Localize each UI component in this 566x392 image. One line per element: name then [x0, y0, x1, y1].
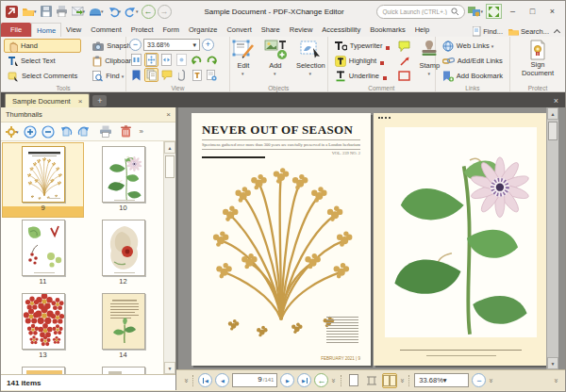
thumbnail-page-9[interactable]: 9: [3, 143, 83, 217]
tab-convert[interactable]: Convert: [222, 23, 256, 37]
add-dropdown-icon[interactable]: ▾: [274, 71, 276, 76]
rotate-pages-cw-button[interactable]: [77, 125, 91, 138]
thumbnail-page-11[interactable]: 11: [3, 217, 83, 290]
fit-page-button[interactable]: [144, 53, 158, 67]
zoom-level-select[interactable]: 33.68% ▾: [414, 373, 469, 387]
fit-width-button[interactable]: [159, 53, 174, 67]
tab-organize[interactable]: Organize: [184, 23, 222, 37]
thumbnails-options-button[interactable]: ▾: [6, 126, 19, 138]
tab-protect[interactable]: Protect: [126, 23, 158, 37]
history-forward-button[interactable]: →: [158, 5, 172, 19]
fit-visible-button[interactable]: [175, 53, 189, 67]
tab-form[interactable]: Form: [158, 23, 185, 37]
layout-overflow-icon[interactable]: »: [398, 378, 406, 382]
page-number-input[interactable]: 9 /141: [232, 373, 277, 387]
history-back-button[interactable]: ←: [142, 5, 156, 19]
previous-view-button[interactable]: ←: [314, 373, 328, 387]
next-page-button[interactable]: ▶: [280, 373, 294, 387]
thumbnails-enlarge-button[interactable]: [24, 125, 37, 139]
thumbnails-reduce-button[interactable]: [42, 125, 55, 139]
undo-dropdown-icon[interactable]: ▾: [119, 8, 122, 14]
customize-dropdown-icon[interactable]: ▾: [480, 8, 483, 14]
single-page-layout-button[interactable]: [346, 373, 361, 388]
typewriter-button[interactable]: Typewriter: [331, 39, 394, 53]
zoom-in-button[interactable]: +: [202, 39, 214, 51]
add-bookmark-button[interactable]: Add Bookmark: [439, 69, 507, 83]
email-dropdown-icon[interactable]: ▾: [83, 8, 86, 14]
tab-comment[interactable]: Comment: [86, 23, 126, 37]
last-page-button[interactable]: ▶: [297, 373, 311, 387]
tab-home[interactable]: Home: [31, 23, 61, 37]
bookmarks-pane-button[interactable]: [129, 68, 143, 82]
tab-file[interactable]: File: [1, 23, 31, 37]
selection-button[interactable]: Selection ▾: [292, 39, 329, 77]
find-dropdown-icon[interactable]: ▾: [122, 74, 125, 79]
actual-size-button[interactable]: [129, 53, 143, 67]
scrollbar-thumb[interactable]: [165, 155, 175, 178]
search-button[interactable]: Search...: [508, 27, 549, 36]
nav-overflow-icon[interactable]: »: [330, 378, 338, 382]
thumbnail-page-10[interactable]: 10: [83, 143, 163, 217]
continuous-layout-button[interactable]: [364, 373, 379, 388]
page-right[interactable]: [374, 113, 548, 366]
customize-toolbars-button[interactable]: ▾: [467, 4, 484, 19]
document-scrollbar[interactable]: ▲ ▼: [546, 107, 558, 369]
sticky-note-button[interactable]: [397, 39, 411, 53]
scroll-up-icon[interactable]: ▲: [547, 107, 558, 120]
print-button[interactable]: [55, 4, 69, 19]
add-objects-button[interactable]: Add ▾: [260, 39, 291, 77]
export-scan-button[interactable]: ▾: [88, 4, 105, 19]
scrollbar-track[interactable]: [547, 142, 558, 357]
highlight-button[interactable]: Highlight: [331, 54, 394, 68]
print-pages-button[interactable]: [99, 125, 112, 138]
toolbar-overflow-icon[interactable]: »: [182, 378, 190, 382]
fields-pane-button[interactable]: [190, 68, 204, 82]
thumbnail-page-16[interactable]: [83, 364, 163, 374]
minimize-button[interactable]: –: [504, 4, 522, 19]
options-dropdown-icon[interactable]: ▾: [16, 129, 19, 135]
first-page-button[interactable]: ◀: [198, 373, 212, 387]
thumbnail-page-13[interactable]: 13: [3, 290, 83, 364]
scrollbar-thumb[interactable]: [548, 122, 558, 140]
find-button[interactable]: Find...: [473, 26, 503, 37]
quick-launch-input[interactable]: Quick Launch (CTRL+.): [376, 5, 465, 19]
zoom-level-select[interactable]: 33.68%▾: [143, 39, 200, 51]
arrow-annotation-button[interactable]: [397, 54, 411, 68]
delete-pages-button[interactable]: [121, 125, 131, 138]
tab-accessibility[interactable]: Accessibility: [317, 23, 365, 37]
sign-document-button[interactable]: Sign Document: [513, 39, 562, 78]
new-document-tab-button[interactable]: +: [92, 95, 107, 106]
highlight-color-swatch[interactable]: [380, 61, 384, 65]
selection-dropdown-icon[interactable]: ▾: [309, 71, 312, 76]
stamp-dropdown-icon[interactable]: ▾: [427, 71, 430, 76]
tab-share[interactable]: Share: [257, 23, 285, 37]
add-edit-links-button[interactable]: Add/Edit Links: [439, 54, 507, 68]
tab-review[interactable]: Review: [285, 23, 318, 37]
select-comments-button[interactable]: Select Comments: [4, 69, 81, 83]
undo-button[interactable]: ▾: [107, 4, 123, 19]
open-dropdown-icon[interactable]: ▾: [34, 8, 37, 14]
thumbnails-scrollbar[interactable]: ▲ ▼: [163, 141, 175, 374]
close-button[interactable]: ×: [543, 4, 561, 19]
scrollbar-track[interactable]: [164, 180, 175, 362]
edit-objects-button[interactable]: Edit ▾: [228, 39, 258, 77]
export-dropdown-icon[interactable]: ▾: [101, 8, 104, 14]
rotate-cw-button[interactable]: [205, 53, 219, 67]
attachments-pane-button[interactable]: [175, 68, 189, 82]
rotate-ccw-button[interactable]: [190, 53, 204, 67]
scroll-up-icon[interactable]: ▲: [164, 141, 175, 154]
document-area-close-icon[interactable]: ×: [547, 96, 565, 107]
two-page-layout-button[interactable]: [382, 373, 397, 388]
thumbnail-page-15[interactable]: [3, 364, 83, 374]
typewriter-color-swatch[interactable]: [386, 46, 390, 50]
open-file-button[interactable]: ▾: [21, 4, 38, 19]
web-links-dropdown-icon[interactable]: ▾: [491, 43, 494, 49]
hand-tool-button[interactable]: Hand: [4, 39, 81, 53]
save-button[interactable]: [40, 4, 53, 19]
thumbnail-page-14[interactable]: 14: [83, 290, 163, 364]
scroll-down-icon[interactable]: ▼: [547, 357, 558, 369]
underline-color-swatch[interactable]: [383, 76, 387, 80]
zoom-dropdown-icon[interactable]: ▾: [443, 376, 465, 384]
fullscreen-button[interactable]: [486, 4, 502, 19]
collapse-ribbon-icon[interactable]: [554, 29, 560, 36]
